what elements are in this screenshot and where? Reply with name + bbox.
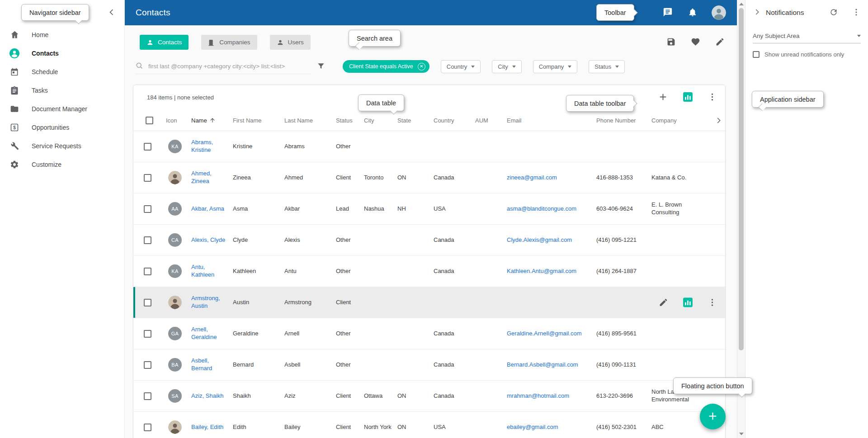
column-header-state[interactable]: State [396,117,433,124]
row-checkbox[interactable] [144,330,151,338]
tab-contacts[interactable]: Contacts [140,35,189,50]
email-link[interactable]: ebailey@gmail.com [507,424,558,430]
subject-area-select[interactable]: Any Subject Area [753,33,861,43]
refresh-button[interactable] [828,7,839,19]
column-header-last-name[interactable]: Last Name [283,117,335,124]
select-all-checkbox[interactable] [146,117,153,124]
active-filter-chip[interactable]: Client State equals Active ✕ [343,60,429,73]
cell-state: ON [396,424,433,431]
feedback-button[interactable] [662,6,674,19]
row-checkbox[interactable] [144,392,151,400]
table-menu-button[interactable] [707,91,718,104]
table-row[interactable]: GAArnell, GeraldineGeraldineArnellOtherC… [133,318,725,349]
column-header-company[interactable]: Company [651,117,712,124]
sidebar-item-customize[interactable]: Customize [0,155,124,174]
name-link[interactable]: Asbell, Bernard [191,357,212,372]
save-view-button[interactable] [665,36,677,49]
column-header-country[interactable]: Country [433,117,474,124]
filter-dropdown-company[interactable]: Company [533,60,578,73]
column-header-icon[interactable]: Icon [165,117,190,124]
table-row[interactable]: Bailey, EdithEdithBaileyClientNorth York… [133,412,725,438]
name-link[interactable]: Armstrong, Austin [191,295,220,309]
table-row[interactable]: BAAsbell, BernardBernardAsbellOtherCanad… [133,349,725,381]
edit-view-button[interactable] [714,36,726,49]
table-row[interactable]: Armstrong, AustinAustinArmstrongClient [133,287,725,318]
scroll-columns-right-button[interactable] [712,116,725,125]
column-header-phone-number[interactable]: Phone Number [595,117,651,124]
tab-companies[interactable]: Companies [201,35,257,50]
filter-button[interactable] [316,61,326,73]
notifications-button[interactable] [687,6,698,19]
status-text: Client [336,392,351,399]
row-checkbox[interactable] [144,361,151,369]
email-link[interactable]: Kathleen.Antu@gmail.com [507,268,576,274]
name-link[interactable]: Ahmed, Zineea [191,170,212,184]
search-input[interactable] [147,62,311,70]
row-checkbox[interactable] [144,174,151,182]
row-checkbox[interactable] [144,268,151,275]
table-row[interactable]: AAAkbar, AsmaAsmaAkbarLeadNashuaNHUSAasm… [133,193,725,225]
filter-dropdown-city[interactable]: City [492,60,521,73]
sidebar-item-tasks[interactable]: Tasks [0,81,124,99]
email-link[interactable]: Geraldine.Arnell@gmail.com [507,330,582,337]
column-header-email[interactable]: Email [506,117,595,124]
row-checkbox[interactable] [144,205,151,213]
name-link[interactable]: Abrams, Kristine [191,139,213,153]
tab-users[interactable]: Users [270,35,311,50]
column-header-first-name[interactable]: First Name [232,117,283,124]
table-row[interactable]: KAAntu, KathleenKathleenAntuOtherCanadaK… [133,256,725,287]
scroll-down-arrow-icon[interactable] [739,433,744,435]
column-header-aum[interactable]: AUM [474,117,506,124]
name-link[interactable]: Bailey, Edith [191,424,223,430]
cell-company: E. L. Brown Consulting [651,201,712,217]
email-link[interactable]: asma@blanditcongue.com [507,205,576,212]
chip-remove-icon[interactable]: ✕ [418,63,425,71]
collapse-sidebar-button[interactable] [106,7,117,19]
filter-dropdown-country[interactable]: Country [441,60,481,73]
sidebar-item-schedule[interactable]: Schedule [0,62,124,81]
scroll-up-arrow-icon[interactable] [739,3,744,5]
email-link[interactable]: Clyde.Alexis@gmail.com [507,236,572,243]
cell-status: Lead [335,205,363,213]
row-menu-button[interactable] [707,297,718,308]
row-checkbox[interactable] [144,424,151,431]
state-text: ON [397,174,406,181]
sidebar-item-document-manager[interactable]: Document Manager [0,99,124,118]
name-link[interactable]: Antu, Kathleen [191,264,214,278]
name-link[interactable]: Alexis, Clyde [191,236,225,243]
add-record-button[interactable] [657,91,669,104]
table-row[interactable]: CAAlexis, ClydeClydeAlexisOtherCanadaCly… [133,225,725,256]
name-link[interactable]: Aziz, Shaikh [191,392,224,399]
sidebar-item-opportunities[interactable]: $Opportunities [0,118,124,137]
email-link[interactable]: mrahman@hotmail.com [507,392,569,399]
collapse-panel-button[interactable] [752,7,762,19]
column-header-status[interactable]: Status [335,117,363,124]
vertical-scrollbar[interactable] [737,0,745,438]
row-checkbox[interactable] [144,143,151,151]
name-link[interactable]: Akbar, Asma [191,205,224,212]
table-row[interactable]: Ahmed, ZineeaZineeaAhmedClientTorontoONC… [133,162,725,193]
floating-action-button[interactable] [700,404,726,429]
edit-row-button[interactable] [658,297,669,308]
row-chart-button[interactable] [681,296,694,309]
table-row[interactable]: KAAbrams, KristineKristineAbramsOther [133,131,725,162]
column-header-city[interactable]: City [363,117,396,124]
column-header-name[interactable]: Name [190,117,232,124]
table-row[interactable]: SAAziz, ShaikhShaikhAzizClientOttawaONCa… [133,381,725,412]
sidebar-item-home[interactable]: Home [0,25,124,44]
panel-menu-button[interactable] [851,7,862,19]
favorite-button[interactable] [690,36,701,49]
row-checkbox[interactable] [144,236,151,244]
filter-dropdown-status[interactable]: Status [589,60,625,73]
pencil-icon [659,298,668,307]
sidebar-item-contacts[interactable]: Contacts [0,44,124,62]
email-link[interactable]: Bernard.Asbell@gmail.com [507,361,578,368]
row-checkbox[interactable] [144,299,151,306]
sidebar-item-service-requests[interactable]: Service Requests [0,137,124,155]
chart-view-button[interactable] [681,90,694,105]
unread-checkbox[interactable] [753,51,760,58]
email-link[interactable]: zineea@gmail.com [507,174,557,181]
user-avatar[interactable] [712,5,726,20]
name-link[interactable]: Arnell, Geraldine [191,326,217,340]
scrollbar-thumb[interactable] [739,8,744,350]
